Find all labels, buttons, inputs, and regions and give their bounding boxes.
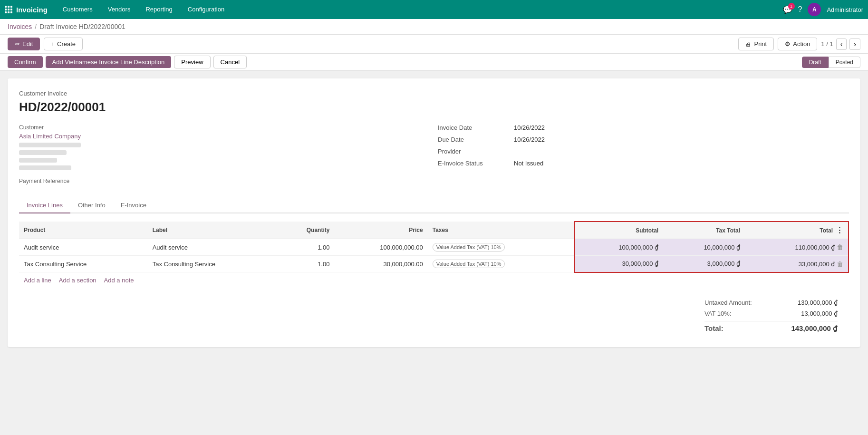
menu-configuration[interactable]: Configuration [180,0,232,19]
avatar[interactable]: A [808,3,821,16]
col-label: Label [148,222,277,239]
row1-price: 100,000,000.00 [334,239,427,256]
row2-subtotal: 30,000,000 ₫ [575,256,664,272]
status-posted[interactable]: Posted [829,57,860,68]
table-actions: Add a line Add a section Add a note [19,273,849,288]
delete-row1-icon[interactable]: 🗑 [837,243,843,251]
add-section-button[interactable]: Add a section [59,277,96,284]
add-note-button[interactable]: Add a note [104,277,134,284]
invoice-fields: Customer Asia Limited Company Payment Re… [19,124,849,186]
create-button[interactable]: + Create [44,38,83,50]
notification-badge: 1 [788,3,795,10]
edit-button[interactable]: ✏ Edit [8,38,40,50]
gear-icon: ⚙ [785,40,791,48]
status-draft[interactable]: Draft [802,57,829,68]
total-value: 143,000,000 ₫ [791,324,838,333]
invoice-lines-table: Product Label Quantity Price Taxes Subto… [19,221,849,273]
admin-name: Administrator [827,6,863,13]
invoice-type-label: Customer Invoice [19,90,849,97]
invoice-date-value: 10/26/2022 [514,124,849,131]
delete-row2-icon[interactable]: 🗑 [837,260,843,268]
vat-row: VAT 10%: 13,000,000 ₫ [704,308,838,319]
einvoice-status-row: E-Invoice Status Not Issued [438,160,849,167]
column-options-icon[interactable]: ⋮ [836,226,843,235]
col-taxes: Taxes [428,222,575,239]
breadcrumb: Invoices / Draft Invoice HD/2022/00001 [0,19,868,35]
tab-other-info[interactable]: Other Info [70,198,113,213]
total-label: Total: [704,324,723,333]
row2-price: 30,000,000.00 [334,256,427,272]
customer-name[interactable]: Asia Limited Company [19,133,430,140]
untaxed-label: Untaxed Amount: [704,299,752,306]
menu-customers[interactable]: Customers [55,0,100,19]
addr-line-1 [19,143,81,147]
print-button[interactable]: 🖨 Print [738,38,774,50]
total-row: Total: 143,000,000 ₫ [704,321,838,336]
due-date-label: Due Date [438,136,514,143]
action-button[interactable]: ⚙ Action [778,38,817,50]
einvoice-status-label: E-Invoice Status [438,160,514,167]
pagination: 1 / 1 ‹ › [821,39,860,50]
provider-label: Provider [438,148,514,155]
col-price: Price [334,222,427,239]
invoice-number: HD/2022/00001 [19,100,849,115]
row1-label: Audit service [148,239,277,256]
einvoice-status-value: Not Issued [514,160,849,167]
col-quantity: Quantity [276,222,334,239]
document-status: Draft Posted [802,57,860,68]
addr-line-3 [19,158,57,163]
tab-einvoice[interactable]: E-Invoice [113,198,154,213]
customer-label: Customer [19,124,430,131]
row1-product: Audit service [19,239,148,256]
table-row: Audit service Audit service 1.00 100,000… [19,239,849,256]
status-bar: Confirm Add Vietnamese Invoice Line Desc… [0,54,868,71]
customer-field: Customer Asia Limited Company [19,124,430,170]
invoice-card: Customer Invoice HD/2022/00001 Customer … [8,78,860,347]
invoice-date-label: Invoice Date [438,124,514,131]
due-date-value: 10/26/2022 [514,136,849,143]
vat-label: VAT 10%: [704,310,731,317]
confirm-button[interactable]: Confirm [8,56,43,68]
totals-section: Untaxed Amount: 130,000,000 ₫ VAT 10%: 1… [19,297,849,336]
help-icon[interactable]: ? [798,5,802,14]
menu-reporting[interactable]: Reporting [138,0,180,19]
action-bar: ✏ Edit + Create 🖨 Print ⚙ Action 1 / 1 ‹… [0,35,868,54]
edit-icon: ✏ [15,40,20,48]
breadcrumb-separator: / [35,23,37,30]
topnav-right: 💬 1 ? A Administrator [783,3,863,16]
row1-taxes: Value Added Tax (VAT) 10% [428,239,575,256]
prev-page-button[interactable]: ‹ [836,39,847,50]
col-product: Product [19,222,148,239]
addr-line-2 [19,150,67,155]
next-page-button[interactable]: › [849,39,860,50]
tab-invoice-lines[interactable]: Invoice Lines [19,198,70,213]
addr-line-4 [19,165,71,170]
invoice-tabs: Invoice Lines Other Info E-Invoice [19,198,849,213]
menu-vendors[interactable]: Vendors [100,0,138,19]
row1-quantity: 1.00 [276,239,334,256]
cancel-button[interactable]: Cancel [213,56,247,68]
row2-taxes: Value Added Tax (VAT) 10% [428,256,575,272]
row2-product: Tax Consulting Service [19,256,148,272]
pagination-count: 1 / 1 [821,40,833,48]
app-name: Invoicing [16,6,48,14]
add-line-button[interactable]: Add a line [24,277,51,284]
app-logo[interactable]: Invoicing [5,6,48,14]
payment-ref-field: Payment Reference [19,178,430,184]
breadcrumb-parent[interactable]: Invoices [8,23,32,30]
main-content: Customer Invoice HD/2022/00001 Customer … [0,71,868,355]
untaxed-value: 130,000,000 ₫ [798,299,838,306]
row2-total: 33,000,000 ₫ 🗑 [745,256,849,272]
preview-button[interactable]: Preview [174,56,210,68]
add-vn-description-button[interactable]: Add Vietnamese Invoice Line Description [46,56,172,68]
customer-address [19,143,430,170]
provider-row: Provider [438,148,849,155]
main-menu: Customers Vendors Reporting Configuratio… [55,0,783,19]
row1-tax-total: 10,000,000 ₫ [663,239,745,256]
plus-icon: + [51,40,55,48]
messaging-icon[interactable]: 💬 1 [783,5,792,14]
totals-table: Untaxed Amount: 130,000,000 ₫ VAT 10%: 1… [704,297,838,336]
left-fields: Customer Asia Limited Company Payment Re… [19,124,430,186]
payment-ref-label: Payment Reference [19,178,430,184]
row2-label: Tax Consulting Service [148,256,277,272]
